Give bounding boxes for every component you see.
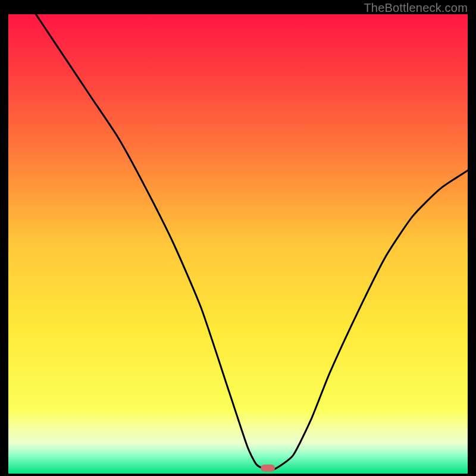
- watermark-text: TheBottleneck.com: [364, 1, 468, 15]
- optimal-marker: [261, 465, 275, 472]
- chart-frame: [8, 14, 468, 474]
- bottleneck-chart: [8, 14, 468, 474]
- gradient-background: [8, 14, 468, 474]
